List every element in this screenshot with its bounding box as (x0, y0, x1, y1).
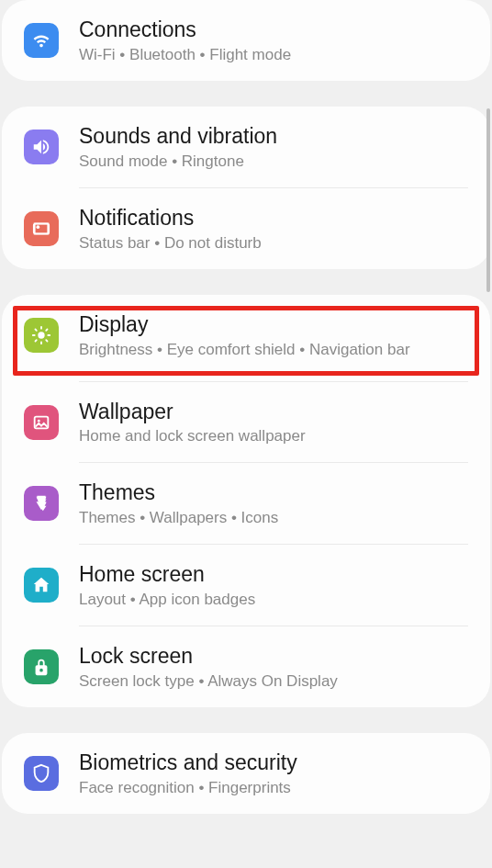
settings-item-notifications[interactable]: Notifications Status bar • Do not distur… (2, 188, 490, 269)
settings-item-themes[interactable]: Themes Themes • Wallpapers • Icons (2, 463, 490, 544)
item-subtitle: Wi-Fi • Bluetooth • Flight mode (79, 46, 468, 64)
settings-item-lockscreen[interactable]: Lock screen Screen lock type • Always On… (2, 626, 490, 707)
home-icon (24, 568, 59, 603)
item-subtitle: Layout • App icon badges (79, 591, 468, 609)
svg-line-10 (46, 329, 47, 330)
item-subtitle: Brightness • Eye comfort shield • Naviga… (79, 341, 468, 359)
item-title: Biometrics and security (79, 750, 468, 777)
settings-group: Sounds and vibration Sound mode • Ringto… (2, 107, 490, 269)
svg-point-2 (38, 332, 44, 338)
image-icon (24, 405, 59, 440)
lock-icon (24, 649, 59, 684)
item-title: Themes (79, 479, 468, 507)
item-subtitle: Status bar • Do not disturb (79, 234, 468, 253)
item-title: Connections (79, 17, 468, 44)
item-subtitle: Screen lock type • Always On Display (79, 672, 468, 691)
settings-item-homescreen[interactable]: Home screen Layout • App icon badges (2, 545, 490, 626)
item-subtitle: Sound mode • Ringtone (79, 152, 468, 171)
item-title: Lock screen (79, 643, 468, 671)
settings-item-wallpaper[interactable]: Wallpaper Home and lock screen wallpaper (2, 382, 490, 463)
item-title: Notifications (79, 205, 468, 232)
brightness-icon (24, 318, 59, 353)
item-title: Home screen (79, 561, 468, 589)
svg-point-12 (38, 419, 40, 422)
settings-item-connections[interactable]: Connections Wi-Fi • Bluetooth • Flight m… (2, 0, 490, 81)
item-title: Display (79, 311, 468, 339)
wifi-icon (24, 23, 59, 58)
settings-item-biometrics[interactable]: Biometrics and security Face recognition… (2, 733, 490, 814)
svg-line-5 (35, 329, 36, 330)
scrollbar[interactable] (486, 108, 490, 292)
notification-icon (24, 211, 59, 246)
svg-line-9 (35, 340, 36, 341)
themes-icon (24, 486, 59, 521)
item-subtitle: Home and lock screen wallpaper (79, 427, 468, 445)
settings-item-display[interactable]: Display Brightness • Eye comfort shield … (2, 295, 490, 376)
item-subtitle: Face recognition • Fingerprints (79, 779, 468, 797)
settings-item-sounds[interactable]: Sounds and vibration Sound mode • Ringto… (2, 107, 490, 187)
settings-group: Biometrics and security Face recognition… (2, 733, 490, 814)
svg-point-1 (37, 225, 40, 229)
shield-icon (24, 756, 59, 791)
item-subtitle: Themes • Wallpapers • Icons (79, 509, 468, 527)
settings-group: Display Brightness • Eye comfort shield … (2, 295, 490, 707)
item-title: Wallpaper (79, 399, 468, 426)
speaker-icon (24, 130, 59, 164)
settings-group: Connections Wi-Fi • Bluetooth • Flight m… (2, 0, 490, 81)
svg-line-6 (46, 340, 47, 341)
item-title: Sounds and vibration (79, 123, 468, 151)
